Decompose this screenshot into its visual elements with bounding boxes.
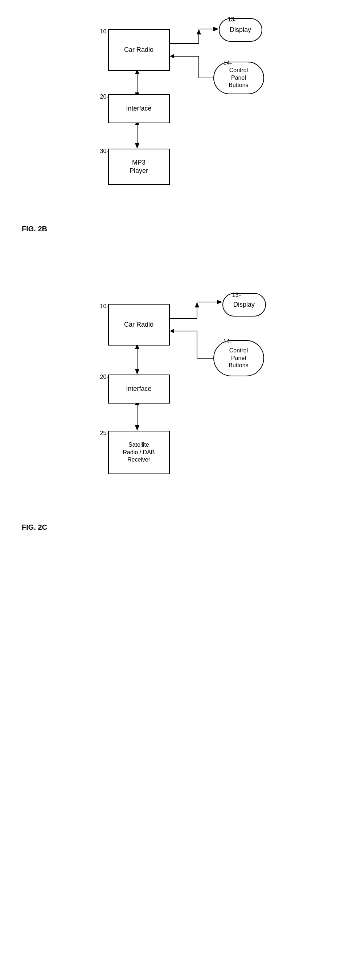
mp3-player-label: MP3 Player — [129, 158, 148, 175]
svg-marker-13 — [135, 143, 139, 149]
display-pill-2c: Display — [222, 293, 266, 317]
satellite-radio-box: Satellite Radio / DAB Receiver — [108, 431, 170, 474]
car-radio-label-2c: Car Radio — [124, 320, 153, 329]
interface-label-2b: Interface — [126, 104, 151, 113]
fig2c-caption: FIG. 2C — [22, 523, 361, 531]
display-ref-2c: 13⌐ — [232, 292, 241, 298]
control-panel-label-2b: Control Panel Buttons — [228, 67, 248, 89]
car-radio-label-2b: Car Radio — [124, 46, 153, 54]
display-label-2b: Display — [230, 26, 251, 34]
interface-ref-2c: 20⌐ — [100, 374, 109, 380]
control-panel-pill-2c: Control Panel Buttons — [213, 340, 264, 376]
control-panel-ref-2b: 14⌐ — [224, 60, 233, 66]
display-ref-2b: 13⌐ — [228, 16, 237, 23]
display-label-2c: Display — [233, 301, 255, 309]
interface-ref-2b: 20⌐ — [100, 94, 109, 100]
car-radio-box-2b: Car Radio — [108, 29, 170, 71]
interface-box-2b: Interface — [108, 94, 170, 123]
control-panel-pill-2b: Control Panel Buttons — [213, 62, 264, 94]
svg-marker-8 — [170, 54, 174, 58]
car-radio-ref-2b: 10⌐ — [100, 28, 109, 35]
svg-marker-25 — [135, 369, 139, 374]
car-radio-ref-2c: 10⌐ — [100, 303, 109, 310]
interface-label-2c: Interface — [126, 385, 151, 393]
satellite-radio-label: Satellite Radio / DAB Receiver — [123, 441, 155, 464]
fig2b-caption: FIG. 2B — [22, 225, 361, 233]
interface-box-2c: Interface — [108, 374, 170, 404]
satellite-radio-ref: 25⌐ — [100, 430, 109, 436]
svg-marker-4 — [213, 27, 219, 31]
car-radio-box-2c: Car Radio — [108, 304, 170, 345]
mp3-player-box: MP3 Player — [108, 149, 170, 185]
mp3-player-ref: 30⌐ — [100, 148, 109, 154]
control-panel-ref-2c: 14⌐ — [224, 338, 233, 345]
svg-marker-19 — [217, 300, 222, 304]
fig2c-diagram: Car Radio 10⌐ Interface 20⌐ Satellite Ra… — [90, 291, 272, 516]
display-pill-2b: Display — [219, 18, 262, 42]
svg-marker-17 — [195, 302, 199, 307]
svg-marker-2 — [196, 29, 201, 35]
control-panel-label-2c: Control Panel Buttons — [228, 347, 248, 369]
fig2b-diagram: Car Radio 10⌐ Interface 20⌐ MP3 Player 3… — [90, 14, 272, 218]
svg-marker-28 — [135, 425, 139, 431]
svg-marker-23 — [170, 329, 174, 333]
